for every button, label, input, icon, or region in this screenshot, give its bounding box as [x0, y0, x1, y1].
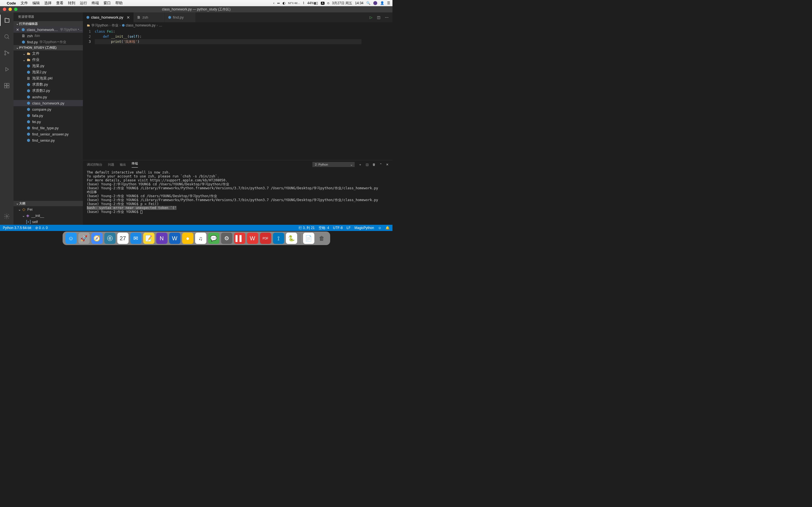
battery-indicator[interactable]: 44% ▮▯: [307, 1, 318, 5]
outline-item[interactable]: ⌄◇Fei: [13, 206, 83, 212]
open-editor-item[interactable]: 🗎zsh/bin: [13, 33, 83, 39]
file-row[interactable]: ⬢fei.py: [13, 119, 83, 125]
menu-go[interactable]: 转到: [68, 1, 75, 6]
spotlight-icon[interactable]: 🔍: [366, 1, 370, 5]
dock-item-launchpad[interactable]: 🚀: [79, 233, 90, 244]
file-row[interactable]: ⬢compare.py: [13, 106, 83, 112]
panel-tab-terminal[interactable]: 终端: [132, 161, 138, 168]
dock-item-wechat[interactable]: 💬: [208, 233, 219, 244]
dock-item-calendar[interactable]: 27: [117, 233, 129, 244]
open-editor-item[interactable]: ⬢find.py学习python • 作业: [13, 39, 83, 45]
kill-terminal-icon[interactable]: 🗑: [372, 163, 375, 166]
file-row[interactable]: ⬢class_homework.py: [13, 100, 83, 106]
dock-item-trash[interactable]: 🗑: [316, 233, 327, 244]
breadcrumbs[interactable]: 🖿 学习python› 作业› ⬢ class_homework.py› …: [83, 22, 393, 29]
minimap[interactable]: [361, 29, 393, 160]
panel-tab-problems[interactable]: 问题: [108, 163, 114, 167]
date-display[interactable]: 3月27日 周五: [332, 1, 352, 6]
time-display[interactable]: 14:34: [355, 1, 363, 5]
outline-item[interactable]: ⌄◈__init__: [13, 212, 83, 219]
folder-row[interactable]: ⌄🖿文件: [13, 50, 83, 57]
outline-item[interactable]: [∘]self: [13, 219, 83, 225]
dock-item-outlook[interactable]: ✉: [130, 233, 142, 244]
dock-item-onenote[interactable]: N: [156, 233, 167, 244]
status-bell-icon[interactable]: 🔔: [386, 226, 390, 230]
folder-row[interactable]: ⌄🖿作业: [13, 57, 83, 63]
menu-selection[interactable]: 选择: [44, 1, 52, 6]
more-actions-icon[interactable]: ⋯: [385, 15, 389, 19]
status-problems[interactable]: ⊘ 0 ⚠ 0: [35, 226, 48, 230]
code-editor[interactable]: 1 2 3 class Fei: def __init__(self): pri…: [83, 29, 393, 160]
panel-tab-output[interactable]: 输出: [120, 163, 126, 167]
split-terminal-icon[interactable]: ◫: [366, 163, 368, 166]
menu-help[interactable]: 帮助: [115, 1, 123, 6]
dock-item-pdf[interactable]: PDF: [260, 233, 271, 244]
editor-tab[interactable]: ⬢find.py: [165, 12, 196, 22]
notification-center-icon[interactable]: ☰: [387, 1, 390, 5]
menulet-clock-icon[interactable]: ◐: [283, 1, 285, 5]
input-source-icon[interactable]: A: [321, 2, 324, 5]
status-encoding[interactable]: UTF-8: [333, 226, 343, 230]
outline-header[interactable]: ⌄ 大纲: [13, 201, 83, 206]
panel-tab-debug-console[interactable]: 调试控制台: [87, 163, 102, 167]
extensions-icon[interactable]: [0, 80, 13, 91]
dock-item-wps[interactable]: W: [247, 233, 258, 244]
dock-item-app1[interactable]: ●: [182, 233, 193, 244]
dock-item-notes[interactable]: 📝: [143, 233, 154, 244]
terminal-selector[interactable]: 2: Python: [312, 162, 355, 167]
file-row[interactable]: ⬢求质数.py: [13, 81, 83, 88]
menu-window[interactable]: 窗口: [103, 1, 111, 6]
status-language[interactable]: MagicPython: [354, 226, 374, 230]
terminal-output[interactable]: The default interactive shell is now zsh…: [83, 169, 393, 225]
file-row[interactable]: 🗎泡菜泡菜.pkl: [13, 75, 83, 81]
status-spaces[interactable]: 空格: 4: [319, 226, 329, 230]
status-feedback-icon[interactable]: ☺: [378, 226, 382, 230]
dock-item-parallels[interactable]: ▌▌: [234, 233, 245, 244]
dock-item-settings[interactable]: ⚙: [221, 233, 232, 244]
close-tab-icon[interactable]: ✕: [126, 15, 130, 20]
menulet-2-icon[interactable]: ▪▪: [277, 1, 280, 5]
dock-item-vscode[interactable]: ⟟: [273, 233, 284, 244]
maximize-window-button[interactable]: [14, 8, 17, 11]
file-row[interactable]: ⬢find_file_type.py: [13, 125, 83, 131]
menulet-1-icon[interactable]: ‹: [273, 1, 274, 5]
open-editors-header[interactable]: ⌄ 打开的编辑器: [13, 21, 83, 26]
close-window-button[interactable]: [3, 8, 6, 11]
editor-tab[interactable]: 🗎zsh: [134, 12, 165, 22]
file-row[interactable]: ⬢find_senior.py: [13, 137, 83, 144]
close-icon[interactable]: ✕: [16, 27, 20, 32]
siri-icon[interactable]: [373, 1, 377, 5]
maximize-panel-icon[interactable]: ⌃: [379, 163, 382, 166]
wifi-icon[interactable]: ⌇: [303, 1, 305, 5]
user-icon[interactable]: 👤: [380, 1, 384, 5]
search-icon[interactable]: [0, 31, 13, 42]
file-row[interactable]: ⬢find_senior_answer.py: [13, 131, 83, 137]
menu-edit[interactable]: 编辑: [33, 1, 40, 6]
status-line-col[interactable]: 行 3, 列 21: [299, 226, 315, 230]
file-row[interactable]: ⬢求质数2.py: [13, 88, 83, 94]
menu-view[interactable]: 查看: [56, 1, 63, 6]
file-row[interactable]: ⬢aoshu.py: [13, 94, 83, 100]
bluetooth-icon[interactable]: ⎋: [327, 1, 329, 5]
new-terminal-icon[interactable]: ＋: [359, 163, 362, 167]
app-name[interactable]: Code: [7, 1, 16, 5]
file-row[interactable]: ⬢泡菜2.py: [13, 69, 83, 75]
run-file-icon[interactable]: ▷: [370, 15, 372, 19]
dock-item-textedit[interactable]: 📄: [303, 233, 314, 244]
open-editor-item[interactable]: ✕⬢class_homework.py学习python • …: [13, 26, 83, 33]
file-row[interactable]: ⬢泡菜.py: [13, 63, 83, 69]
dock-item-word[interactable]: W: [169, 233, 181, 244]
source-control-icon[interactable]: [0, 47, 13, 59]
run-debug-icon[interactable]: [0, 64, 13, 75]
status-python-version[interactable]: Python 3.7.5 64-bit: [3, 226, 31, 230]
settings-gear-icon[interactable]: [0, 211, 13, 222]
close-panel-icon[interactable]: ✕: [386, 163, 389, 166]
file-row[interactable]: ⬢fafa.py: [13, 112, 83, 119]
dock-item-edge[interactable]: ⓔ: [104, 233, 116, 244]
dock-item-music[interactable]: ♫: [195, 233, 206, 244]
explorer-icon[interactable]: [0, 15, 13, 26]
menu-terminal[interactable]: 终端: [92, 1, 99, 6]
workspace-header[interactable]: ⌄ PYTHON_STUDY (工作区): [13, 45, 83, 50]
dock-item-safari[interactable]: 🧭: [91, 233, 103, 244]
menu-run[interactable]: 运行: [80, 1, 87, 6]
